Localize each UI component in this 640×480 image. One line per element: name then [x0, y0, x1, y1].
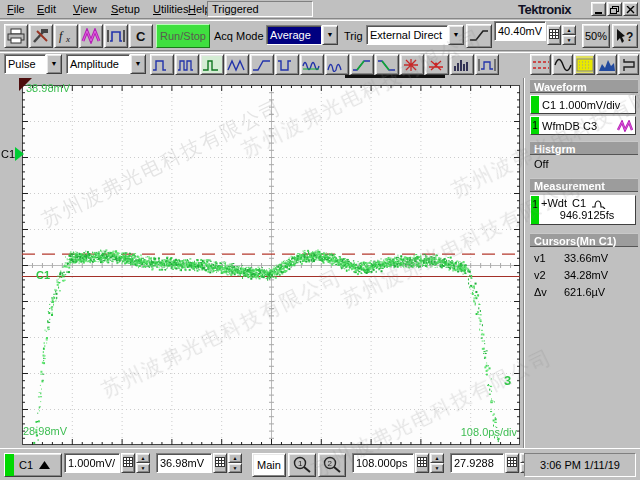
vertical-offset-up-button[interactable]: ▲ [228, 453, 242, 463]
channel-color-stripe [531, 96, 539, 113]
meas-gated-pulse-button[interactable] [475, 54, 499, 75]
meas-pulse-width-button[interactable] [150, 54, 174, 75]
meas-jitter2-button[interactable] [425, 54, 449, 75]
waveform-wfmdb-button[interactable]: 1 WfmDB C3 [530, 116, 636, 135]
zoom2-button[interactable]: 2 [318, 453, 346, 477]
trig-source-combo[interactable]: External Direct ▼ [366, 25, 464, 45]
cursor-delta-row: Δv 621.6µV [534, 286, 634, 298]
meas-pulse-train-button[interactable] [175, 54, 199, 75]
acq-mode-combo[interactable]: Average ▼ [266, 25, 338, 45]
close-button[interactable] [623, 2, 638, 16]
acq-mode-dropdown-button[interactable]: ▼ [322, 25, 338, 45]
measurement-name: +Wdt [541, 197, 567, 209]
trig-slope-button[interactable] [466, 24, 492, 48]
measurement-readout[interactable]: 1 +Wdt C1 946.9125fs [530, 195, 636, 225]
mask-test-button[interactable] [574, 54, 595, 75]
meas-neg-pulse-button[interactable] [275, 54, 299, 75]
meas-type-dropdown-button[interactable]: ▼ [130, 54, 146, 74]
vertical-waveform-button[interactable] [618, 54, 639, 75]
meas-jitter1-button[interactable] [400, 54, 424, 75]
histogram-button[interactable] [596, 54, 617, 75]
trig-level-input[interactable] [494, 21, 546, 41]
datetime-display: 3:06 PM 1/11/19 [524, 453, 636, 477]
channel-color-stripe [5, 454, 14, 476]
magnifier-1-icon: 1 [292, 456, 312, 473]
horizontal-position-keypad-button[interactable] [505, 453, 519, 473]
zoom1-button[interactable]: 1 [288, 453, 316, 477]
waveform-color-button[interactable] [79, 24, 103, 48]
vertical-offset-keypad-button[interactable] [213, 453, 227, 473]
trig-source-dropdown-button[interactable]: ▼ [448, 25, 464, 45]
menu-view[interactable]: View [70, 2, 100, 17]
meas-period-button[interactable] [200, 54, 224, 75]
cursor-v1-name: v1 [534, 252, 546, 264]
trig-level-spinner: ▲ ▼ [562, 25, 576, 45]
measurement-value: 946.9125fs [541, 209, 633, 221]
meas-type-combo[interactable]: Amplitude ▼ [66, 54, 146, 74]
meas-class-dropdown-button[interactable]: ▼ [46, 54, 62, 74]
timebase-main-button[interactable]: Main [252, 453, 286, 477]
measurement-toolbar: Pulse ▼ Amplitude ▼ [0, 52, 640, 77]
horizontal-scale-up-button[interactable]: ▲ [430, 453, 444, 463]
menu-file[interactable]: File [4, 2, 28, 17]
zoom-waveform-icon [106, 28, 126, 44]
meas-noise-wave-button[interactable] [300, 54, 324, 75]
meas-rise-step-button[interactable] [250, 54, 274, 75]
cursors-button[interactable] [530, 54, 551, 75]
minimize-button[interactable] [591, 2, 606, 16]
math-sine-button[interactable] [552, 54, 573, 75]
channel-marker-label: C1 [1, 147, 15, 160]
main-toolbar: fx C Run/Stop Acq Mode Average ▼ Trig Ex… [0, 20, 640, 51]
corner-marker [19, 78, 32, 91]
vertical-scale-input[interactable] [64, 453, 120, 473]
trig-level-up-button[interactable]: ▲ [562, 25, 576, 35]
horizontal-position-input[interactable] [450, 453, 504, 473]
vertical-offset-spinner: ▲▼ [228, 453, 242, 473]
vertical-offset-down-button[interactable]: ▼ [228, 463, 242, 473]
print-button[interactable] [4, 24, 28, 48]
run-stop-button[interactable]: Run/Stop [156, 24, 210, 48]
waveform-c1-label: C1 1.000mV/div [539, 99, 620, 111]
channel-select-button[interactable]: C1 [4, 453, 62, 477]
horizontal-scale-keypad-button[interactable] [415, 453, 429, 473]
horizontal-scale-down-button[interactable]: ▼ [430, 463, 444, 473]
meas-fall-edge-button[interactable] [375, 54, 399, 75]
gated-pulse-icon [477, 58, 497, 72]
waveform-c1-button[interactable]: C1 1.000mV/div [530, 95, 636, 114]
graticule: 38.98mV 28.98mV 108.0ps/div C1 3 [22, 85, 520, 445]
vertical-scale-keypad-button[interactable] [121, 453, 135, 473]
trig-source-value: External Direct [366, 25, 448, 45]
trig-level-keypad-button[interactable] [547, 25, 561, 45]
svg-text:C: C [136, 29, 146, 44]
meas-db-histogram-button[interactable] [450, 54, 474, 75]
vertical-scale-down-button[interactable]: ▼ [136, 463, 150, 473]
meas-amplitude-button[interactable] [325, 54, 349, 75]
meas-class-combo[interactable]: Pulse ▼ [4, 54, 62, 74]
clear-c-icon: C [131, 28, 151, 44]
set-50-button[interactable]: 50% [582, 24, 610, 48]
trig-level-down-button[interactable]: ▼ [562, 35, 576, 45]
vertical-scale-up-button[interactable]: ▲ [136, 453, 150, 463]
formula-button[interactable]: fx [54, 24, 78, 48]
zoom-waveform-button[interactable] [104, 24, 128, 48]
menu-edit[interactable]: Edit [34, 2, 59, 17]
histogram-section-header: Histgrm [530, 141, 638, 155]
clear-button[interactable]: C [129, 24, 153, 48]
meas-rise-edge-button[interactable] [350, 54, 374, 75]
meas-type-value: Amplitude [66, 54, 130, 74]
channel-position-marker[interactable]: C1 [1, 147, 24, 162]
meas-peaks-button[interactable] [225, 54, 249, 75]
horizontal-scale-input[interactable] [352, 453, 414, 473]
tools-button[interactable] [29, 24, 53, 48]
plot-bottom-voltage-label: 28.98mV [23, 425, 67, 437]
waveform-canvas[interactable] [22, 85, 520, 445]
vertical-offset-input[interactable] [156, 453, 212, 473]
plot-top-voltage-label: 38.98mV [26, 82, 70, 94]
restore-button[interactable] [607, 2, 622, 16]
acq-mode-value: Average [266, 25, 322, 45]
menu-setup[interactable]: Setup [108, 2, 143, 17]
color-waveform-icon [81, 28, 101, 44]
sine-math-icon [554, 58, 572, 72]
waveform-wfmdb-label: WfmDB C3 [539, 120, 597, 132]
context-help-button[interactable]: ? [612, 24, 638, 48]
